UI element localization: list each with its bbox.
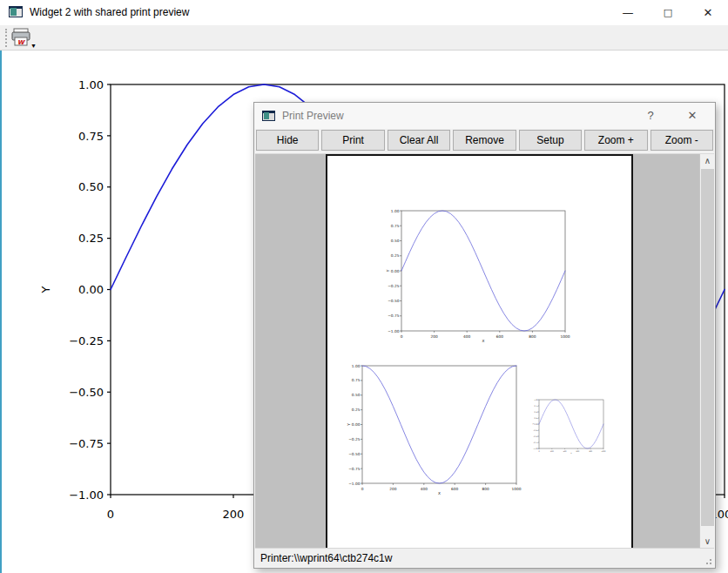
svg-text:0.25: 0.25 [78,232,104,245]
svg-text:0.25: 0.25 [352,408,361,412]
scroll-up-icon[interactable]: ∧ [700,154,714,169]
svg-text:0.75: 0.75 [352,378,361,382]
svg-text:Y: Y [386,269,390,273]
svg-text:800: 800 [589,450,592,453]
vertical-scrollbar[interactable]: ∧ ∨ [699,154,714,549]
svg-text:400: 400 [563,450,567,453]
svg-text:200: 200 [430,334,437,339]
preview-page-charts: 02004006008001000−1.00−0.75−0.50−0.250.0… [327,156,631,549]
svg-text:0.50: 0.50 [391,239,400,243]
svg-text:−0.75: −0.75 [348,467,360,471]
svg-text:0: 0 [361,487,364,491]
svg-text:−1.00: −1.00 [69,489,104,502]
window-title: Widget 2 with shared print preview [30,6,189,18]
window-accent-border [0,51,2,573]
print-preview-tool-button[interactable]: w ▼ [10,27,38,49]
svg-text:0.00: 0.00 [535,423,539,426]
svg-text:600: 600 [496,334,503,339]
remove-button[interactable]: Remove [453,130,516,151]
svg-text:1.00: 1.00 [78,78,104,91]
svg-text:−1.00: −1.00 [388,329,399,334]
svg-text:1000: 1000 [512,487,522,491]
svg-text:Y: Y [39,286,52,293]
svg-text:0: 0 [538,450,540,453]
svg-text:−0.50: −0.50 [533,435,539,438]
svg-text:0.50: 0.50 [352,393,361,397]
main-window: Widget 2 with shared print preview — □ ✕… [0,0,728,573]
svg-text:1000: 1000 [602,450,607,453]
svg-text:600: 600 [576,450,580,453]
svg-text:600: 600 [451,487,458,491]
toolbar-drag-handle[interactable] [5,29,7,47]
svg-text:0.50: 0.50 [535,411,539,414]
clear-all-button[interactable]: Clear All [388,130,450,151]
svg-text:400: 400 [421,487,428,491]
svg-text:Y: Y [347,423,351,427]
svg-text:0.00: 0.00 [391,269,400,273]
titlebar[interactable]: Widget 2 with shared print preview — □ ✕ [0,0,728,25]
print-button[interactable]: Print [321,130,384,151]
svg-text:0.00: 0.00 [352,422,361,427]
svg-text:800: 800 [482,487,489,491]
close-button[interactable]: ✕ [688,0,728,25]
zoom-out-button[interactable]: Zoom - [650,130,713,151]
svg-text:200: 200 [550,450,554,453]
svg-text:200: 200 [389,487,396,491]
setup-button[interactable]: Setup [519,130,582,151]
app-icon [9,6,23,17]
svg-text:−0.75: −0.75 [388,313,399,318]
svg-text:X: X [570,452,572,454]
scroll-thumb[interactable] [701,169,714,526]
preview-page: 02004006008001000−1.00−0.75−0.50−0.250.0… [326,154,633,549]
svg-text:−1.00: −1.00 [348,482,360,486]
svg-text:1000: 1000 [561,334,570,339]
svg-text:X: X [438,491,441,495]
dialog-titlebar[interactable]: Print Preview ? ✕ [254,103,715,129]
minimize-button[interactable]: — [608,0,648,25]
resize-grip[interactable] [704,556,712,565]
svg-text:1.00: 1.00 [352,364,361,368]
svg-text:−0.25: −0.25 [69,334,104,347]
svg-text:−0.50: −0.50 [388,299,399,303]
svg-text:−0.50: −0.50 [69,386,104,399]
zoom-in-button[interactable]: Zoom + [584,130,647,151]
svg-text:1.00: 1.00 [535,399,539,401]
dialog-button-row: Hide Print Clear All Remove Setup Zoom +… [255,129,714,152]
preview-viewport: 02004006008001000−1.00−0.75−0.50−0.250.0… [255,153,714,549]
dialog-icon [262,111,275,121]
svg-text:0.25: 0.25 [391,253,400,258]
svg-text:−0.25: −0.25 [533,429,539,432]
svg-text:−0.75: −0.75 [69,437,104,450]
help-button[interactable]: ? [640,109,661,122]
printer-status-text: Printer:\\wprint64\ctb274c1w [260,552,392,564]
svg-text:0: 0 [107,508,114,521]
svg-text:0: 0 [401,334,403,339]
svg-text:0.50: 0.50 [78,180,104,193]
svg-text:0.75: 0.75 [78,130,104,143]
svg-text:400: 400 [463,334,470,339]
maximize-button[interactable]: □ [648,0,688,25]
svg-text:−0.25: −0.25 [388,284,399,288]
caret-down-icon: ▼ [30,43,37,49]
print-preview-dialog: Print Preview ? ✕ Hide Print Clear All R… [253,102,716,569]
svg-text:0.75: 0.75 [391,224,400,228]
dialog-title: Print Preview [282,110,344,122]
svg-text:1.00: 1.00 [391,209,400,213]
dialog-statusbar: Printer:\\wprint64\ctb274c1w [255,548,714,567]
svg-text:Y: Y [532,423,534,425]
svg-text:−0.50: −0.50 [348,452,360,456]
svg-text:X: X [482,339,485,343]
svg-text:800: 800 [529,334,536,339]
svg-text:200: 200 [223,508,245,521]
svg-text:0.25: 0.25 [535,417,539,420]
toolbar: w ▼ [0,25,728,51]
hide-button[interactable]: Hide [256,130,319,151]
scroll-down-icon[interactable]: ∨ [700,535,714,549]
svg-text:−0.75: −0.75 [533,442,539,444]
svg-text:0.75: 0.75 [535,405,539,408]
svg-text:0.00: 0.00 [78,283,104,296]
svg-text:−0.25: −0.25 [348,437,360,442]
dialog-close-button[interactable]: ✕ [682,109,703,122]
